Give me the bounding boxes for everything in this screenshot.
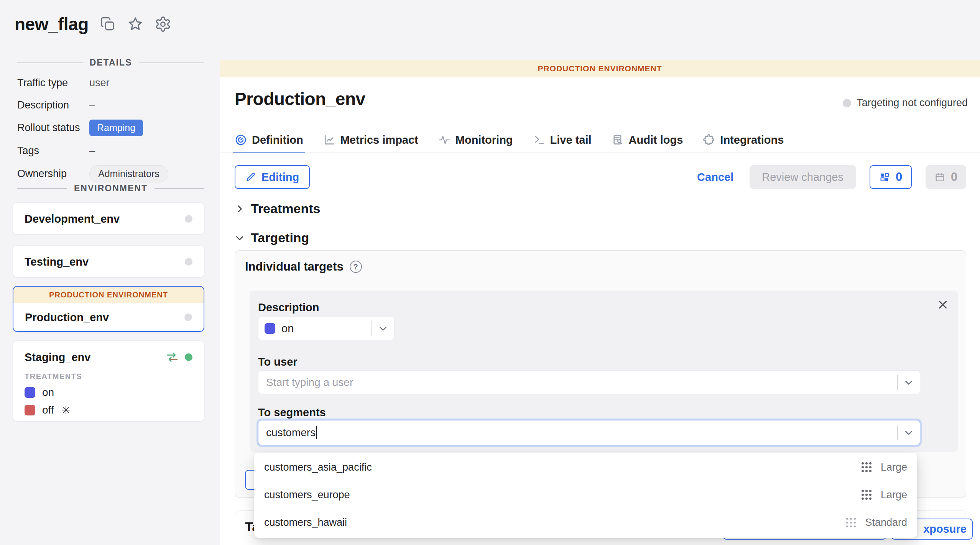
ownership-pill[interactable]: Administrators — [89, 165, 168, 182]
env-card-development[interactable]: Development_env — [13, 202, 204, 235]
cancel-button[interactable]: Cancel — [695, 171, 736, 184]
env-name: Staging_env — [25, 351, 90, 364]
segment-option-asia-pacific[interactable]: customers_asia_pacific Large — [254, 453, 917, 481]
segment-name: customers_asia_pacific — [264, 461, 861, 473]
changes-count-button[interactable]: 0 — [870, 165, 912, 189]
feature-flag-page: new_flag DETAILS Traffic type user Descr… — [0, 0, 980, 545]
targeting-status: Targeting not configured — [843, 97, 968, 109]
flag-title: new_flag — [15, 14, 89, 34]
env-active-dot — [185, 353, 192, 361]
treatments-section-toggle[interactable]: Treatments — [235, 201, 320, 216]
targeting-section-toggle[interactable]: Targeting — [235, 230, 309, 245]
to-segments-input-value[interactable]: customers — [266, 427, 316, 439]
treatments-label: TREATMENTS — [25, 372, 192, 381]
divider — [17, 188, 67, 189]
env-status-dot — [185, 215, 192, 223]
detail-label: Tags — [17, 145, 89, 157]
tab-audit-logs[interactable]: Audit logs — [612, 130, 683, 152]
segment-size: Large — [881, 461, 907, 473]
chevron-down-icon[interactable] — [898, 428, 920, 438]
chevron-right-icon — [235, 204, 245, 214]
targeting-heading: Targeting — [251, 230, 309, 245]
production-environment-banner: PRODUCTION ENVIRONMENT — [220, 60, 980, 77]
detail-label: Description — [17, 99, 89, 111]
treatment-select[interactable]: on — [258, 317, 395, 340]
detail-row-tags: Tags – — [17, 143, 209, 158]
individual-targets-title: Individual targets — [245, 260, 344, 274]
segment-option-hawaii[interactable]: customers_hawaii Standard — [254, 509, 917, 536]
treatment-on-swatch — [25, 387, 35, 398]
individual-targets-header: Individual targets ? — [245, 260, 362, 274]
detail-row-ownership: Ownership Administrators — [17, 165, 209, 182]
star-icon[interactable] — [127, 16, 144, 33]
segment-size: Standard — [865, 517, 907, 529]
detail-label: Ownership — [17, 168, 89, 180]
details-list: Traffic type user Description – Rollout … — [17, 75, 209, 189]
calendar-icon — [934, 172, 945, 182]
standard-segment-icon — [845, 517, 857, 528]
env-card-staging[interactable]: Staging_env TREATMENTS on off — [13, 340, 204, 422]
status-dot — [843, 99, 851, 107]
copy-icon[interactable] — [99, 16, 116, 33]
divider — [139, 62, 204, 63]
card-actions-column — [928, 291, 958, 452]
rollout-status-badge: Ramping — [89, 120, 143, 136]
tab-label: Monitoring — [455, 134, 513, 146]
details-section-label: DETAILS — [90, 57, 132, 68]
detail-value: – — [89, 99, 95, 111]
tab-metrics-impact[interactable]: Metrics impact — [323, 130, 418, 152]
treatment-on-swatch — [265, 323, 275, 334]
detail-value: user — [89, 77, 110, 89]
tab-live-tail[interactable]: Live tail — [533, 130, 592, 152]
detail-label: Traffic type — [17, 77, 89, 89]
divider — [155, 188, 204, 189]
help-icon[interactable]: ? — [350, 261, 362, 273]
chevron-down-icon[interactable] — [898, 378, 920, 387]
segment-name: customers_europe — [264, 489, 861, 501]
treatment-off-swatch — [25, 405, 35, 415]
grid-icon — [879, 172, 890, 182]
env-name: Development_env — [25, 213, 120, 225]
env-status-dot — [185, 258, 192, 266]
tab-integrations[interactable]: Integrations — [703, 130, 784, 152]
treatment-name: on — [42, 386, 54, 399]
scheduled-count: 0 — [951, 170, 957, 184]
review-changes-button[interactable]: Review changes — [750, 165, 856, 189]
environment-section-label: ENVIRONMENT — [74, 183, 148, 194]
env-name: Production_env — [25, 311, 109, 324]
env-name: Testing_env — [25, 256, 89, 268]
detail-row-traffic-type: Traffic type user — [17, 75, 209, 90]
treatment-row-off: off — [25, 404, 192, 416]
detail-row-rollout-status: Rollout status Ramping — [17, 120, 209, 136]
env-status-dot — [184, 314, 192, 321]
to-user-field — [258, 370, 920, 394]
tab-definition[interactable]: Definition — [235, 130, 303, 152]
env-card-testing[interactable]: Testing_env — [13, 245, 204, 277]
to-user-label: To user — [258, 356, 298, 368]
sync-arrows-icon — [166, 351, 179, 364]
chevron-down-icon — [372, 323, 394, 333]
segment-size: Large — [881, 489, 907, 501]
detail-value: – — [89, 145, 95, 157]
tab-monitoring[interactable]: Monitoring — [438, 130, 513, 152]
main-content: Production_env Targeting not configured … — [220, 77, 980, 545]
tab-label: Live tail — [550, 134, 592, 146]
close-icon[interactable] — [936, 298, 949, 311]
scheduled-count-button[interactable]: 0 — [926, 165, 966, 189]
gear-icon[interactable] — [155, 16, 171, 33]
chevron-down-icon — [235, 233, 245, 243]
production-env-banner: PRODUCTION ENVIRONMENT — [13, 287, 204, 303]
divider — [17, 62, 83, 63]
default-treatment-asterisk-icon — [61, 405, 71, 415]
segment-option-europe[interactable]: customers_europe Large — [254, 481, 917, 509]
to-user-input[interactable] — [258, 376, 897, 389]
to-segments-field[interactable]: customers — [258, 420, 920, 445]
edit-controls-row: Editing Cancel Review changes 0 0 — [235, 165, 966, 189]
tab-bar: Definition Metrics impact Monitoring Liv… — [235, 130, 784, 152]
individual-target-card: Description on To user — [250, 291, 958, 452]
to-segments-label: To segments — [258, 406, 326, 419]
detail-label: Rollout status — [17, 122, 89, 134]
env-card-production[interactable]: PRODUCTION ENVIRONMENT Production_env — [13, 286, 204, 332]
tab-label: Audit logs — [629, 134, 683, 146]
editing-button[interactable]: Editing — [235, 165, 310, 189]
